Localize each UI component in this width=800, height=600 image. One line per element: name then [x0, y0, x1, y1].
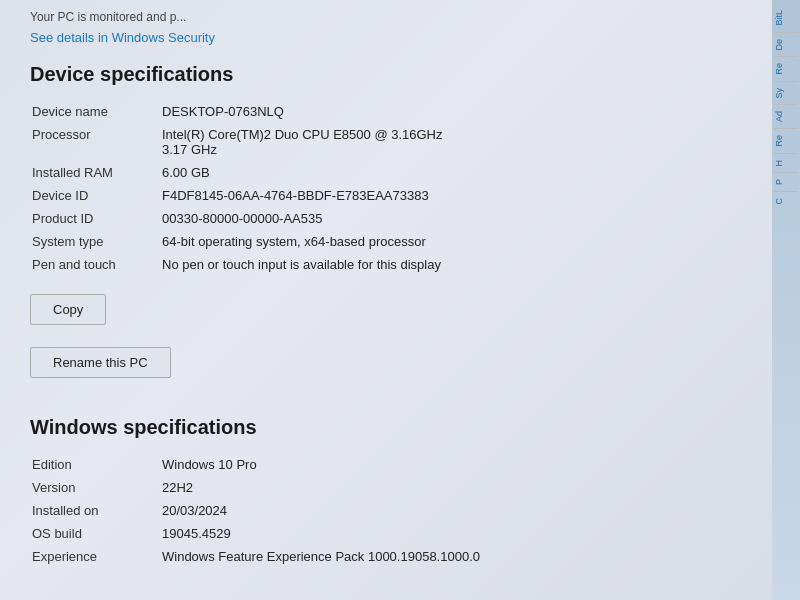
sidebar-item-6[interactable]: H [774, 158, 784, 169]
security-link[interactable]: See details in Windows Security [30, 30, 752, 45]
spec-label: Installed on [30, 499, 160, 522]
windows-spec-row: EditionWindows 10 Pro [30, 453, 752, 476]
sidebar-divider [774, 128, 798, 129]
sidebar-divider [774, 56, 798, 57]
windows-spec-row: Version22H2 [30, 476, 752, 499]
device-spec-row: Pen and touchNo pen or touch input is av… [30, 253, 752, 276]
spec-label: Version [30, 476, 160, 499]
spec-label: System type [30, 230, 160, 253]
spec-label: Experience [30, 545, 160, 568]
windows-spec-row: OS build19045.4529 [30, 522, 752, 545]
spec-value: 00330-80000-00000-AA535 [160, 207, 752, 230]
sidebar-divider [774, 153, 798, 154]
spec-label: Processor [30, 123, 160, 161]
spec-value: 19045.4529 [160, 522, 752, 545]
sidebar-item-2[interactable]: Re [774, 61, 784, 77]
sidebar-item-1[interactable]: De [774, 37, 784, 53]
sidebar-divider [774, 32, 798, 33]
spec-label: Product ID [30, 207, 160, 230]
sidebar-item-0[interactable]: BitL [774, 8, 784, 28]
spec-label: Edition [30, 453, 160, 476]
sidebar-divider [774, 191, 798, 192]
spec-label: Pen and touch [30, 253, 160, 276]
device-specs-title: Device specifications [30, 63, 752, 86]
copy-button[interactable]: Copy [30, 294, 106, 325]
top-notice: Your PC is monitored and p... [30, 10, 752, 24]
device-spec-row: System type64-bit operating system, x64-… [30, 230, 752, 253]
spec-value: Intel(R) Core(TM)2 Duo CPU E8500 @ 3.16G… [160, 123, 752, 161]
sidebar-item-8[interactable]: C [774, 196, 784, 207]
spec-value: 64-bit operating system, x64-based proce… [160, 230, 752, 253]
spec-label: Device name [30, 100, 160, 123]
right-sidebar: BitLDeReSyAdReHPC [772, 0, 800, 600]
page-wrapper: Your PC is monitored and p... See detail… [0, 0, 800, 600]
spec-label: OS build [30, 522, 160, 545]
sidebar-divider [774, 81, 798, 82]
windows-spec-row: Installed on20/03/2024 [30, 499, 752, 522]
spec-value: 6.00 GB [160, 161, 752, 184]
device-spec-table: Device nameDESKTOP-0763NLQProcessorIntel… [30, 100, 752, 276]
windows-spec-table: EditionWindows 10 ProVersion22H2Installe… [30, 453, 752, 568]
spec-value: 20/03/2024 [160, 499, 752, 522]
main-content: Your PC is monitored and p... See detail… [0, 0, 772, 600]
spec-value: Windows Feature Experience Pack 1000.190… [160, 545, 752, 568]
spec-value: No pen or touch input is available for t… [160, 253, 752, 276]
device-spec-row: Product ID00330-80000-00000-AA535 [30, 207, 752, 230]
windows-spec-row: ExperienceWindows Feature Experience Pac… [30, 545, 752, 568]
spec-value: F4DF8145-06AA-4764-BBDF-E783EAA73383 [160, 184, 752, 207]
spec-value: DESKTOP-0763NLQ [160, 100, 752, 123]
device-spec-row: Installed RAM6.00 GB [30, 161, 752, 184]
device-spec-row: Device IDF4DF8145-06AA-4764-BBDF-E783EAA… [30, 184, 752, 207]
sidebar-divider [774, 104, 798, 105]
sidebar-divider [774, 172, 798, 173]
sidebar-item-4[interactable]: Ad [774, 109, 784, 124]
spec-value: Windows 10 Pro [160, 453, 752, 476]
spec-label: Device ID [30, 184, 160, 207]
spec-value: 22H2 [160, 476, 752, 499]
device-spec-row: ProcessorIntel(R) Core(TM)2 Duo CPU E850… [30, 123, 752, 161]
device-spec-row: Device nameDESKTOP-0763NLQ [30, 100, 752, 123]
sidebar-item-5[interactable]: Re [774, 133, 784, 149]
sidebar-item-7[interactable]: P [774, 177, 784, 187]
spec-label: Installed RAM [30, 161, 160, 184]
rename-pc-button[interactable]: Rename this PC [30, 347, 171, 378]
sidebar-item-3[interactable]: Sy [774, 86, 784, 101]
windows-specs-title: Windows specifications [30, 416, 752, 439]
notice-text: Your PC is monitored and p... [30, 10, 186, 24]
